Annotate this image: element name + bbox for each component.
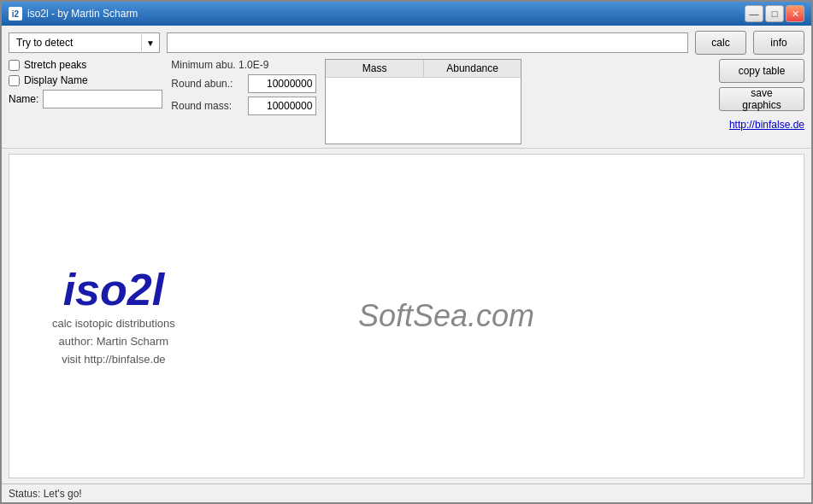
table-header-mass: Mass	[326, 60, 424, 77]
dropdown-arrow-icon[interactable]: ▼	[141, 32, 160, 53]
toolbar-row1: Try to detect ▼ calc info	[9, 31, 804, 55]
detect-dropdown[interactable]: Try to detect	[9, 32, 141, 53]
stretch-peaks-checkbox[interactable]	[9, 60, 20, 71]
calc-button[interactable]: calc	[695, 31, 746, 55]
minimize-button[interactable]: —	[745, 5, 763, 22]
table-header: Mass Abundance	[326, 60, 521, 78]
status-text: Status: Let's go!	[9, 488, 82, 500]
title-buttons: — □ ✕	[745, 5, 804, 22]
stretch-peaks-row: Stretch peaks	[9, 59, 162, 71]
round-abun-row: Round abun.:	[171, 74, 316, 93]
name-row: Name:	[9, 90, 162, 108]
title-bar-left: i2 iso2l - by Martin Scharm	[9, 7, 138, 21]
window-title: iso2l - by Martin Scharm	[27, 8, 138, 20]
round-abun-label: Round abun.:	[171, 78, 244, 90]
website-link[interactable]: http://binfalse.de	[719, 119, 804, 131]
display-name-checkbox[interactable]	[9, 75, 20, 86]
app-name-display: iso2l	[63, 264, 165, 315]
round-mass-input[interactable]	[248, 97, 316, 115]
watermark-text: SoftSea.com	[358, 298, 534, 334]
copy-table-button[interactable]: copy table	[719, 59, 804, 83]
round-mass-label: Round mass:	[171, 100, 244, 112]
desc-line1: calc isotopic distributions	[52, 317, 175, 330]
main-window: i2 iso2l - by Martin Scharm — □ ✕ Try to…	[0, 0, 813, 504]
name-label: Name:	[9, 93, 38, 105]
min-abu-label: Minimum abu. 1.0E-9	[171, 59, 268, 71]
display-name-label: Display Name	[24, 74, 88, 86]
params-section: Minimum abu. 1.0E-9 Round abun.: Round m…	[171, 59, 316, 115]
detect-dropdown-wrapper: Try to detect ▼	[9, 32, 160, 53]
description-text: calc isotopic distributions author: Mart…	[52, 315, 175, 368]
status-bar: Status: Let's go!	[2, 483, 811, 502]
right-buttons: copy table save graphics http://binfalse…	[719, 59, 804, 131]
close-button[interactable]: ✕	[786, 5, 804, 22]
maximize-button[interactable]: □	[765, 5, 784, 22]
display-name-row: Display Name	[9, 74, 162, 86]
toolbar: Try to detect ▼ calc info Stretch peaks	[2, 26, 811, 149]
detect-dropdown-label: Try to detect	[16, 37, 73, 49]
left-controls: Stretch peaks Display Name Name:	[9, 59, 162, 108]
table-header-abundance: Abundance	[424, 60, 521, 77]
round-abun-input[interactable]	[248, 74, 316, 93]
info-button[interactable]: info	[753, 31, 804, 55]
toolbar-row2: Stretch peaks Display Name Name: Minimum…	[9, 59, 804, 144]
name-input[interactable]	[43, 90, 162, 108]
results-table: Mass Abundance	[325, 59, 521, 144]
main-content-area: iso2l calc isotopic distributions author…	[9, 154, 804, 478]
formula-input[interactable]	[167, 32, 688, 53]
save-graphics-button[interactable]: save graphics	[719, 87, 804, 111]
desc-line2: author: Martin Scharm	[59, 335, 169, 348]
app-icon: i2	[9, 7, 22, 21]
desc-line3: visit http://binfalse.de	[62, 352, 165, 365]
min-abu-row: Minimum abu. 1.0E-9	[171, 59, 316, 71]
title-bar: i2 iso2l - by Martin Scharm — □ ✕	[2, 2, 811, 26]
app-info-display: iso2l calc isotopic distributions author…	[52, 264, 175, 368]
stretch-peaks-label: Stretch peaks	[24, 59, 86, 71]
table-body	[326, 78, 521, 138]
round-mass-row: Round mass:	[171, 97, 316, 115]
